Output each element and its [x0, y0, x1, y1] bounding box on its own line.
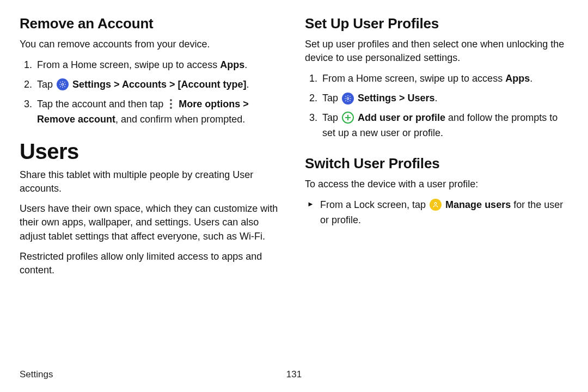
remove-step-2: Tap Settings > Accounts > [Account type]…	[35, 77, 283, 93]
setup-intro: Set up user profiles and then select one…	[305, 38, 568, 65]
switch-steps: From a Lock screen, tap Manage users for…	[305, 198, 568, 228]
right-column: Set Up User Profiles Set up user profile…	[305, 15, 568, 284]
remove-step-3: Tap the account and then tap More option…	[35, 97, 283, 127]
settings-icon	[57, 78, 69, 90]
left-column: Remove an Account You can remove account…	[20, 15, 283, 284]
remove-steps: From a Home screen, swipe up to access A…	[20, 58, 283, 127]
switch-intro: To access the device with a user profile…	[305, 177, 568, 191]
page-footer: Settings 131	[20, 369, 568, 380]
heading-remove-account: Remove an Account	[20, 15, 283, 32]
footer-section: Settings	[20, 369, 53, 380]
add-icon	[342, 112, 354, 124]
setup-steps: From a Home screen, swipe up to access A…	[305, 71, 568, 141]
user-icon	[430, 199, 442, 211]
setup-step-3: Tap Add user or profile and follow the p…	[320, 111, 568, 141]
heading-users: Users	[20, 139, 283, 164]
setup-step-1: From a Home screen, swipe up to access A…	[320, 71, 568, 87]
users-p2: Users have their own space, which they c…	[20, 202, 283, 243]
footer-page-number: 131	[286, 369, 302, 380]
more-options-icon	[167, 99, 175, 109]
users-p1: Share this tablet with multiple people b…	[20, 168, 283, 195]
setup-step-2: Tap Settings > Users.	[320, 91, 568, 106]
users-p3: Restricted profiles allow only limited a…	[20, 250, 283, 277]
svg-point-0	[62, 84, 64, 86]
remove-intro: You can remove accounts from your device…	[20, 38, 283, 51]
remove-step-1: From a Home screen, swipe up to access A…	[35, 58, 283, 73]
svg-point-1	[347, 97, 349, 100]
switch-step-1: From a Lock screen, tap Manage users for…	[320, 198, 568, 228]
heading-switch-profiles: Switch User Profiles	[305, 155, 568, 172]
settings-icon	[342, 93, 354, 105]
heading-setup-profiles: Set Up User Profiles	[305, 15, 568, 32]
svg-point-2	[434, 203, 437, 205]
